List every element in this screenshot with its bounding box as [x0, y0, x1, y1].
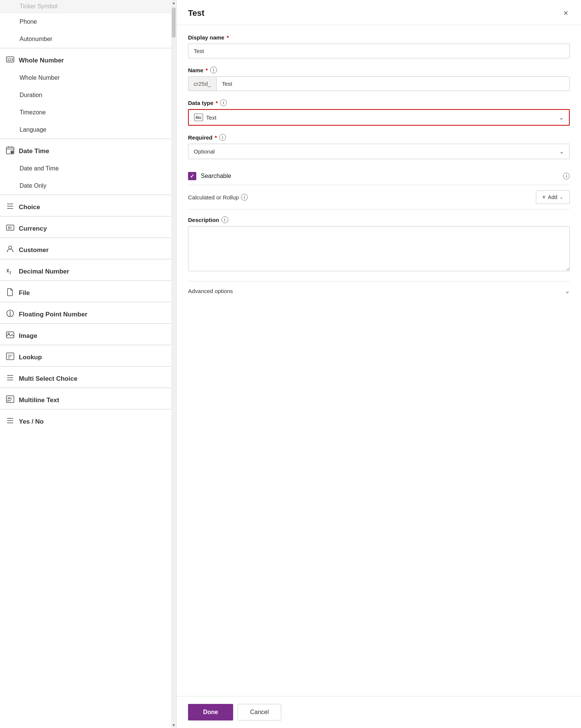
plus-icon: +: [542, 194, 546, 201]
name-required: *: [206, 67, 208, 73]
calculated-rollup-row: Calculated or Rollup i + Add ⌄: [188, 185, 570, 210]
choice-icon: [6, 202, 14, 212]
multiline-text-icon: Abc def: [6, 395, 14, 405]
display-name-required: *: [227, 34, 229, 41]
list-item-date-only[interactable]: Date Only: [0, 177, 176, 195]
close-button[interactable]: ×: [562, 8, 570, 19]
list-item-language[interactable]: Language: [0, 121, 176, 138]
category-yes-no[interactable]: Yes / No: [0, 409, 176, 430]
svg-rect-23: [6, 353, 14, 360]
scroll-up-arrow[interactable]: ▲: [172, 1, 176, 5]
data-type-required: *: [216, 100, 218, 106]
required-label: Required * i: [188, 134, 570, 141]
right-panel: Test × Display name * Name * i cr25d_: [177, 0, 581, 728]
advanced-options-label: Advanced options: [188, 288, 233, 294]
required-star: *: [215, 134, 217, 141]
data-type-group: Data type * i Abc Text ⌄: [188, 99, 570, 126]
currency-icon: $: [6, 223, 14, 234]
panel-footer: Done Cancel: [177, 696, 581, 728]
display-name-label: Display name *: [188, 34, 570, 41]
left-panel-content: Ticker Symbol Phone Autonumber 123 Whole…: [0, 0, 176, 442]
panel-header: Test ×: [177, 0, 581, 25]
category-image[interactable]: Image: [0, 324, 176, 345]
description-label: Description i: [188, 216, 570, 223]
svg-text:$: $: [8, 225, 10, 230]
advanced-options-chevron: ⌄: [565, 287, 570, 295]
category-whole-number: 123 Whole Number: [0, 48, 176, 69]
yes-no-icon: [6, 416, 14, 427]
name-group: Name * i cr25d_: [188, 67, 570, 91]
category-currency[interactable]: $ Currency: [0, 216, 176, 237]
text-type-icon: Abc: [194, 114, 203, 121]
searchable-label: Searchable: [201, 173, 231, 179]
list-item-whole-number[interactable]: Whole Number: [0, 69, 176, 87]
name-prefix: cr25d_: [188, 77, 217, 91]
category-customer[interactable]: Customer: [0, 238, 176, 259]
add-button[interactable]: + Add ⌄: [536, 190, 570, 204]
customer-icon: [6, 245, 14, 255]
category-file[interactable]: File: [0, 281, 176, 302]
category-multiline-text[interactable]: Abc def Multiline Text: [0, 388, 176, 409]
category-decimal-number[interactable]: X 2 Decimal Number: [0, 259, 176, 280]
category-lookup[interactable]: Lookup: [0, 345, 176, 366]
svg-text:2: 2: [9, 271, 11, 275]
name-info-icon[interactable]: i: [210, 67, 217, 73]
left-panel: Ticker Symbol Phone Autonumber 123 Whole…: [0, 0, 177, 728]
searchable-checkbox[interactable]: [188, 172, 196, 180]
decimal-icon: X 2: [6, 266, 14, 277]
description-group: Description i: [188, 216, 570, 273]
required-chevron: ⌄: [559, 148, 564, 155]
scroll-down-arrow[interactable]: ▼: [172, 723, 176, 727]
data-type-dropdown[interactable]: Abc Text ⌄: [188, 109, 570, 126]
lookup-icon: [6, 352, 14, 362]
required-dropdown[interactable]: Optional ⌄: [188, 144, 570, 159]
list-item-phone[interactable]: Phone: [0, 13, 176, 30]
advanced-options-row[interactable]: Advanced options ⌄: [188, 281, 570, 301]
description-textarea[interactable]: [188, 226, 570, 271]
data-type-chevron: ⌄: [559, 114, 564, 121]
multi-select-icon: [6, 374, 14, 384]
name-value-input[interactable]: [217, 77, 569, 91]
svg-point-15: [9, 246, 12, 249]
whole-number-icon: 123: [6, 55, 14, 65]
svg-rect-12: [6, 225, 14, 230]
category-date-time: Date Time: [0, 139, 176, 160]
category-floating-point[interactable]: Floating Point Number: [0, 302, 176, 323]
required-group: Required * i Optional ⌄: [188, 134, 570, 159]
list-item-date-and-time[interactable]: Date and Time: [0, 160, 176, 177]
svg-text:def: def: [7, 399, 11, 402]
svg-text:X: X: [6, 268, 9, 274]
display-name-input[interactable]: [188, 44, 570, 58]
svg-text:123: 123: [7, 58, 13, 62]
searchable-row: Searchable i: [188, 167, 570, 185]
calculated-rollup-label: Calculated or Rollup i: [188, 194, 248, 201]
description-info-icon[interactable]: i: [221, 216, 228, 223]
searchable-info-icon[interactable]: i: [563, 173, 570, 179]
list-item-duration[interactable]: Duration: [0, 87, 176, 104]
display-name-group: Display name *: [188, 34, 570, 58]
list-item-ticker-symbol[interactable]: Ticker Symbol: [0, 0, 176, 13]
date-time-icon: [6, 146, 14, 156]
svg-point-20: [10, 315, 11, 316]
data-type-info-icon[interactable]: i: [220, 99, 227, 106]
data-type-label: Data type * i: [188, 99, 570, 106]
name-input-row: cr25d_: [188, 76, 570, 91]
add-chevron: ⌄: [560, 195, 563, 200]
floating-point-icon: [6, 309, 14, 319]
done-button[interactable]: Done: [188, 704, 233, 720]
left-scrollbar[interactable]: ▲ ▼: [171, 0, 176, 728]
panel-title: Test: [188, 8, 205, 18]
name-label: Name * i: [188, 67, 570, 73]
required-info-icon[interactable]: i: [219, 134, 226, 141]
list-item-autonumber[interactable]: Autonumber: [0, 30, 176, 48]
image-icon: [6, 331, 14, 341]
panel-body: Display name * Name * i cr25d_ Data type…: [177, 25, 581, 696]
file-icon: [6, 288, 14, 298]
list-item-timezone[interactable]: Timezone: [0, 104, 176, 121]
calculated-rollup-info-icon[interactable]: i: [241, 194, 248, 201]
cancel-button[interactable]: Cancel: [238, 704, 281, 720]
category-multi-select-choice[interactable]: Multi Select Choice: [0, 366, 176, 388]
category-choice[interactable]: Choice: [0, 195, 176, 216]
